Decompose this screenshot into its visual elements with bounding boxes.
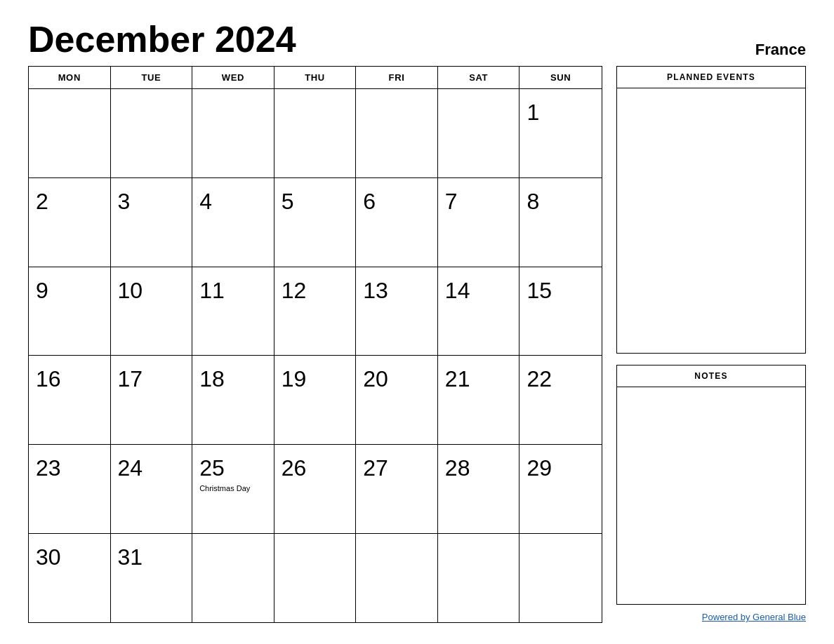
days-header: MONTUEWEDTHUFRISATSUN (29, 67, 602, 89)
cell-number: 8 (527, 189, 539, 214)
calendar-cell: 10 (111, 267, 193, 356)
month-title: December 2024 (28, 21, 296, 58)
cell-number: 16 (36, 367, 61, 391)
cell-number: 7 (445, 189, 458, 214)
planned-events-body (617, 88, 805, 353)
cell-number: 24 (118, 456, 143, 481)
calendar-cell: 27 (356, 445, 438, 533)
calendar-section: MONTUEWEDTHUFRISATSUN 123456789101112131… (28, 66, 602, 623)
cell-number: 31 (118, 545, 143, 570)
cell-number: 22 (527, 367, 552, 391)
cell-number: 13 (363, 279, 388, 303)
calendar-cell: 18 (192, 356, 274, 444)
calendar-cell (356, 534, 438, 622)
calendar-cell: 24 (111, 445, 193, 533)
day-header-mon: MON (29, 67, 111, 88)
calendar-cell: 28 (438, 445, 520, 533)
calendar-cell: 23 (29, 445, 111, 533)
calendar-row: 1 (29, 89, 602, 178)
cell-number: 12 (282, 279, 307, 303)
cell-number: 25 (199, 456, 225, 481)
calendar-cell: 13 (356, 267, 438, 356)
calendar-row: 2345678 (29, 178, 602, 267)
calendar-cell: 1 (519, 89, 602, 177)
day-header-sun: SUN (519, 67, 602, 88)
right-wrapper: PLANNED EVENTS NOTES Powered by General … (616, 66, 806, 623)
calendar-cell (29, 89, 111, 177)
calendar-cell: 21 (438, 356, 520, 444)
calendar-row: 232425Christmas Day26272829 (29, 445, 602, 534)
cell-number: 27 (363, 456, 388, 481)
calendar-cell: 6 (356, 178, 438, 267)
planned-events-header: PLANNED EVENTS (617, 67, 805, 88)
calendar-row: 3031 (29, 534, 602, 622)
calendar-cell (274, 534, 357, 622)
calendar-cell: 30 (29, 534, 111, 622)
calendar-cell (111, 89, 193, 177)
cell-number: 4 (199, 189, 212, 214)
day-header-thu: THU (274, 67, 357, 88)
calendar-cell: 26 (274, 445, 357, 533)
cell-number: 29 (527, 456, 552, 481)
cell-number: 19 (282, 367, 307, 391)
calendar-cell: 20 (356, 356, 438, 444)
day-header-tue: TUE (111, 67, 193, 88)
cell-number: 1 (527, 100, 539, 125)
cell-number: 18 (199, 367, 225, 391)
cell-number: 11 (199, 279, 225, 303)
cell-number: 3 (118, 189, 131, 214)
cell-number: 14 (445, 279, 470, 303)
country-title: France (755, 42, 806, 58)
cell-number: 6 (363, 189, 376, 214)
calendar-cell: 5 (274, 178, 357, 267)
calendar-cell: 9 (29, 267, 111, 356)
cell-number: 21 (445, 367, 470, 391)
calendar-cell (192, 89, 274, 177)
main-content: MONTUEWEDTHUFRISATSUN 123456789101112131… (28, 66, 806, 623)
footer: Powered by General Blue (616, 610, 806, 623)
calendar-cell (356, 89, 438, 177)
powered-by-link[interactable]: Powered by General Blue (702, 612, 806, 622)
calendar-cell: 3 (111, 178, 193, 267)
calendar-cell: 31 (111, 534, 193, 622)
calendar-cell: 25Christmas Day (192, 445, 274, 533)
calendar-cell: 4 (192, 178, 274, 267)
calendar-cell: 15 (519, 267, 602, 356)
header: December 2024 France (28, 21, 806, 58)
cell-number: 9 (36, 279, 48, 303)
calendar-cell: 19 (274, 356, 357, 444)
day-header-sat: SAT (438, 67, 520, 88)
calendar-cell: 7 (438, 178, 520, 267)
calendar-cell: 12 (274, 267, 357, 356)
cell-event: Christmas Day (199, 484, 250, 492)
calendar-cell: 2 (29, 178, 111, 267)
calendar-row: 9101112131415 (29, 267, 602, 356)
planned-events-box: PLANNED EVENTS (616, 66, 806, 354)
cell-number: 15 (527, 279, 552, 303)
page-container: December 2024 France MONTUEWEDTHUFRISATS… (28, 21, 806, 623)
cell-number: 20 (363, 367, 388, 391)
calendar-row: 16171819202122 (29, 356, 602, 445)
calendar-cell: 22 (519, 356, 602, 444)
calendar-cell (438, 534, 520, 622)
cell-number: 23 (36, 456, 61, 481)
calendar-cell: 17 (111, 356, 193, 444)
notes-header: NOTES (617, 365, 805, 387)
cell-number: 2 (36, 189, 48, 214)
calendar-cell (274, 89, 357, 177)
calendar-cell: 8 (519, 178, 602, 267)
calendar-cell: 29 (519, 445, 602, 533)
cell-number: 17 (118, 367, 143, 391)
calendar-cell: 11 (192, 267, 274, 356)
calendar-grid: 1234567891011121314151617181920212223242… (29, 89, 602, 622)
calendar-cell: 16 (29, 356, 111, 444)
cell-number: 10 (118, 279, 143, 303)
day-header-fri: FRI (356, 67, 438, 88)
cell-number: 30 (36, 545, 61, 570)
notes-box: NOTES (616, 365, 806, 605)
day-header-wed: WED (192, 67, 274, 88)
cell-number: 26 (282, 456, 307, 481)
calendar-cell (519, 534, 602, 622)
calendar-cell (192, 534, 274, 622)
cell-number: 5 (282, 189, 294, 214)
